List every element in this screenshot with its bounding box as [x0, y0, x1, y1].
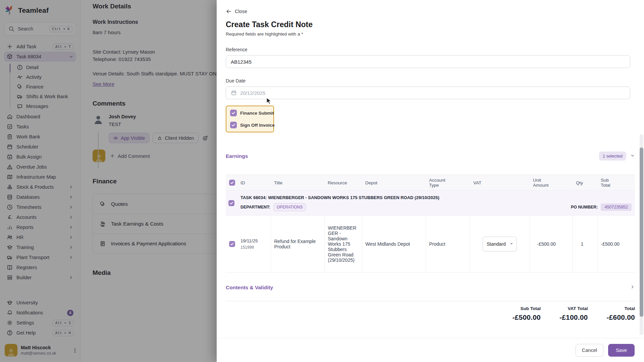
earnings-table-header-row: ID Title Resource Depot Account Type VAT…: [226, 175, 635, 191]
finance-submit-checkbox[interactable]: Finance Submit: [230, 110, 270, 116]
earnings-title: Earnings: [226, 153, 599, 159]
cell-title: Refund for Example Product: [271, 216, 324, 273]
cell-qty: 1: [573, 216, 597, 273]
close-button[interactable]: Close: [226, 8, 249, 14]
po-number-badge[interactable]: 4507235852: [601, 203, 632, 211]
due-date-label: Due Date: [226, 78, 635, 83]
task-group-title: TASK 68034: WIENERBERGER - SANDOWN WORKS…: [240, 195, 632, 200]
selected-count-badge[interactable]: 1 selected: [599, 152, 626, 161]
cell-sub-total: -£500.00: [597, 216, 635, 273]
chevron-right-icon: [630, 285, 635, 291]
contents-validity-section[interactable]: Contents & Validity: [226, 285, 635, 291]
column-header-unit-amount: Unit Amount: [530, 175, 573, 191]
column-header-account-type: Account Type: [426, 175, 470, 191]
vat-total-value: -£100.00: [559, 313, 588, 321]
column-header-resource: Resource: [324, 175, 362, 191]
total-value: -£600.00: [606, 313, 635, 321]
column-header-sub-total: Sub Total: [597, 175, 635, 191]
modal-title: Create Task Credit Note: [226, 20, 635, 29]
department-label: DEPARTMENT:: [240, 205, 270, 209]
scrollbar[interactable]: [640, 134, 643, 335]
modal-footer: Cancel Save: [217, 338, 644, 362]
scrollbar-thumb[interactable]: [640, 147, 643, 317]
mouse-cursor: [266, 97, 273, 105]
contents-validity-title: Contents & Validity: [226, 285, 630, 291]
sub-total-value: -£500.00: [512, 313, 541, 321]
row-checkbox[interactable]: [229, 241, 235, 247]
cell-unit-amount: -£500.00: [530, 216, 573, 273]
save-button[interactable]: Save: [608, 344, 635, 357]
select-all-checkbox[interactable]: [229, 180, 235, 186]
reference-label: Reference: [226, 47, 635, 52]
task-group-row: TASK 68034: WIENERBERGER - SANDOWN WORKS…: [226, 191, 635, 216]
sub-total-block: Sub Total -£500.00: [512, 306, 541, 321]
column-header-vat: VAT: [470, 175, 530, 191]
cell-resource: WIENERBERGER - Sandown Works 175 Stubber…: [324, 216, 362, 273]
earnings-header: Earnings 1 selected: [226, 152, 635, 161]
cell-id: 19/11/25 151999: [237, 216, 271, 273]
due-date-input[interactable]: 20/12/2025: [226, 86, 630, 99]
modal-overlay[interactable]: [0, 0, 217, 362]
earnings-table: ID Title Resource Depot Account Type VAT…: [226, 175, 635, 273]
checkbox-checked-icon: [230, 110, 237, 116]
cancel-button[interactable]: Cancel: [576, 344, 603, 357]
total-block: Total -£600.00: [606, 306, 635, 321]
divider: [226, 301, 635, 301]
cell-vat: Standard: [470, 216, 530, 273]
column-header-id: ID: [237, 175, 271, 191]
flags-group: Finance Submit Sign Off Invoice: [226, 106, 274, 132]
checkbox-checked-icon: [230, 122, 237, 128]
totals-row: Sub Total -£500.00 VAT Total -£100.00 To…: [226, 306, 635, 321]
cell-depot: West Midlands Depot: [362, 216, 426, 273]
vat-select[interactable]: Standard: [483, 237, 517, 251]
group-checkbox[interactable]: [228, 200, 234, 206]
earnings-row: 19/11/25 151999 Refund for Example Produ…: [226, 216, 635, 273]
arrow-left-icon: [226, 8, 232, 14]
cell-account-type: Product: [426, 216, 470, 273]
column-header-depot: Depot: [362, 175, 426, 191]
chevron-down-icon[interactable]: [630, 153, 635, 159]
vat-total-block: VAT Total -£100.00: [559, 306, 588, 321]
reference-input[interactable]: AB12345: [226, 55, 630, 68]
sign-off-invoice-checkbox[interactable]: Sign Off Invoice: [230, 122, 270, 128]
po-number-label: PO NUMBER:: [571, 205, 598, 209]
department-badge: OPERATIONS: [273, 203, 306, 211]
column-header-qty: Qty: [573, 175, 597, 191]
chevron-down-icon: [510, 243, 513, 245]
column-header-title: Title: [271, 175, 324, 191]
calendar-icon: [231, 90, 237, 96]
create-task-credit-note-modal: Close Create Task Credit Note Required f…: [217, 0, 644, 362]
modal-subtitle: Required fields are highlighted with a *: [226, 32, 635, 37]
